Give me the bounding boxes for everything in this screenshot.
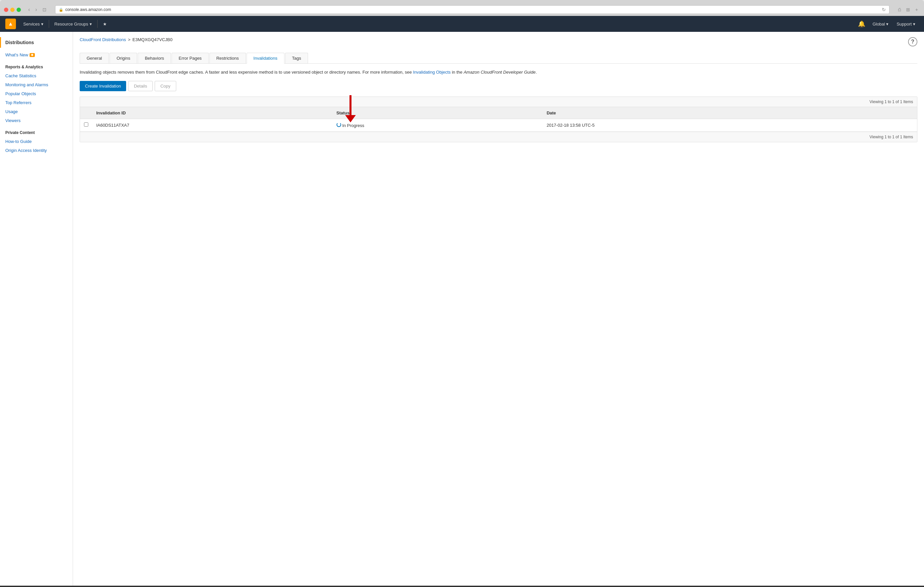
table-bottom-info: Viewing 1 to 1 of 1 Items — [80, 132, 917, 142]
tab-invalidations[interactable]: Invalidations — [247, 53, 284, 64]
sidebar: Distributions What's New ✱ Reports & Ana… — [0, 32, 73, 586]
how-to-guide-label: How-to Guide — [5, 139, 31, 144]
sidebar-item-viewers[interactable]: Viewers — [0, 116, 73, 125]
forward-button[interactable]: › — [33, 6, 39, 13]
whats-new-label: What's New — [5, 53, 28, 58]
reload-icon[interactable]: ↻ — [882, 7, 886, 12]
tab-error-pages[interactable]: Error Pages — [172, 53, 208, 63]
copy-button[interactable]: Copy — [155, 81, 176, 91]
info-text-2: in the — [451, 70, 464, 75]
row-checkbox-cell[interactable] — [80, 119, 92, 132]
row-status-cell: In Progress — [333, 119, 543, 132]
row-checkbox[interactable] — [84, 122, 88, 127]
resource-groups-menu[interactable]: Resource Groups ▾ — [51, 20, 95, 28]
details-button[interactable]: Details — [128, 81, 153, 91]
viewers-label: Viewers — [5, 118, 21, 123]
row-date-cell: 2017-02-18 13:58 UTC-5 — [543, 119, 870, 132]
support-label: Support — [896, 21, 912, 26]
tab-general[interactable]: General — [80, 53, 109, 63]
sidebar-item-top-referrers[interactable]: Top Referrers — [0, 98, 73, 107]
url-text: console.aws.amazon.com — [65, 7, 111, 12]
row-extra-cell — [870, 119, 917, 132]
reports-section-title: Reports & Analytics — [0, 59, 73, 71]
minimize-dot[interactable] — [10, 8, 15, 12]
create-invalidation-button[interactable]: Create Invalidation — [80, 81, 126, 91]
top-referrers-label: Top Referrers — [5, 100, 31, 105]
red-arrow-annotation — [345, 95, 356, 122]
tab-restrictions[interactable]: Restrictions — [210, 53, 246, 63]
breadcrumb-parent[interactable]: CloudFront Distributions — [80, 37, 126, 42]
sidebar-item-monitoring[interactable]: Monitoring and Alarms — [0, 80, 73, 89]
table-row: IA60DS11ATXA7 In Progress — [80, 119, 917, 132]
global-menu[interactable]: Global ▾ — [869, 20, 892, 28]
col-header-id[interactable]: Invalidation ID — [92, 107, 333, 119]
arrow-shaft — [350, 95, 351, 115]
notifications-button[interactable]: 🔔 — [855, 19, 868, 29]
browser-nav: ‹ › ⊡ — [26, 6, 48, 13]
private-section-title: Private Content — [0, 125, 73, 137]
add-button[interactable]: + — [913, 6, 920, 13]
pin-button[interactable]: ★ — [99, 20, 110, 28]
info-text: Invalidating objects removes them from C… — [80, 69, 917, 76]
services-chevron-icon: ▾ — [41, 21, 43, 26]
sidebar-item-how-to-guide[interactable]: How-to Guide — [0, 137, 73, 146]
sidebar-item-cache-statistics[interactable]: Cache Statistics — [0, 71, 73, 80]
sidebar-item-whats-new[interactable]: What's New ✱ — [0, 50, 73, 59]
browser-chrome: ‹ › ⊡ 🔒 console.aws.amazon.com ↻ ⎙ ⊞ + — [0, 0, 924, 16]
services-menu[interactable]: Services ▾ — [20, 20, 47, 28]
global-chevron-icon: ▾ — [886, 21, 888, 26]
topnav-right: 🔔 Global ▾ Support ▾ — [855, 19, 919, 29]
action-buttons: Create Invalidation Details Copy — [80, 81, 917, 91]
sidebar-item-popular-objects[interactable]: Popular Objects — [0, 89, 73, 98]
lock-icon: 🔒 — [59, 8, 63, 12]
window-button[interactable]: ⊡ — [41, 6, 48, 13]
breadcrumb-current: E3MQXGQ47VCJB0 — [132, 37, 173, 42]
col-header-extra — [870, 107, 917, 119]
resource-groups-label: Resource Groups — [54, 21, 88, 26]
info-italic: Amazon CloudFront Developer Guide — [464, 70, 536, 75]
aws-logo[interactable]: ▲ — [5, 18, 16, 29]
breadcrumb: CloudFront Distributions > E3MQXGQ47VCJB… — [80, 37, 173, 42]
cache-statistics-label: Cache Statistics — [5, 73, 36, 78]
invalidating-objects-link[interactable]: Invalidating Objects — [413, 70, 450, 75]
resource-groups-chevron-icon: ▾ — [90, 21, 92, 26]
status-text: In Progress — [342, 123, 364, 128]
address-bar[interactable]: 🔒 console.aws.amazon.com ↻ — [55, 5, 889, 14]
help-button[interactable]: ? — [908, 37, 917, 46]
popular-objects-label: Popular Objects — [5, 91, 36, 96]
new-tab-button[interactable]: ⊞ — [904, 6, 912, 13]
sidebar-item-origin-access[interactable]: Origin Access Identity — [0, 146, 73, 155]
col-header-status[interactable]: Status — [333, 107, 543, 119]
maximize-dot[interactable] — [16, 8, 21, 12]
footer: 💬 Feedback 🌐 English © 2008 - 2017, Amaz… — [0, 586, 924, 587]
support-menu[interactable]: Support ▾ — [893, 20, 919, 28]
monitoring-label: Monitoring and Alarms — [5, 82, 48, 87]
services-label: Services — [23, 21, 40, 26]
aws-topnav: ▲ Services ▾ Resource Groups ▾ ★ 🔔 Globa… — [0, 16, 924, 32]
main-wrapper: Distributions What's New ✱ Reports & Ana… — [0, 32, 924, 586]
sidebar-main-title[interactable]: Distributions — [0, 37, 73, 48]
sidebar-item-usage[interactable]: Usage — [0, 107, 73, 116]
breadcrumb-separator: > — [128, 37, 130, 42]
nav-separator-2 — [97, 20, 97, 28]
table-header-row: Invalidation ID Status Date — [80, 107, 917, 119]
invalidations-table: Invalidation ID Status Date IA60DS11ATXA… — [80, 107, 917, 132]
row-id-cell: IA60DS11ATXA7 — [92, 119, 333, 132]
share-button[interactable]: ⎙ — [896, 6, 903, 13]
tab-behaviors[interactable]: Behaviors — [138, 53, 171, 63]
pin-icon: ★ — [103, 21, 107, 26]
tab-origins[interactable]: Origins — [109, 53, 137, 63]
aws-logo-text: ▲ — [8, 21, 13, 27]
close-dot[interactable] — [4, 8, 8, 12]
info-text-3: . — [536, 70, 537, 75]
content-area: CloudFront Distributions > E3MQXGQ47VCJB… — [73, 32, 924, 586]
table-top-info: Viewing 1 to 1 of 1 Items — [80, 97, 917, 107]
back-button[interactable]: ‹ — [26, 6, 32, 13]
tabs: General Origins Behaviors Error Pages Re… — [80, 53, 917, 64]
col-header-date[interactable]: Date — [543, 107, 870, 119]
nav-separator-1 — [49, 20, 49, 28]
spin-icon — [337, 122, 341, 127]
new-badge: ✱ — [30, 53, 35, 57]
usage-label: Usage — [5, 109, 18, 114]
tab-tags[interactable]: Tags — [285, 53, 308, 63]
